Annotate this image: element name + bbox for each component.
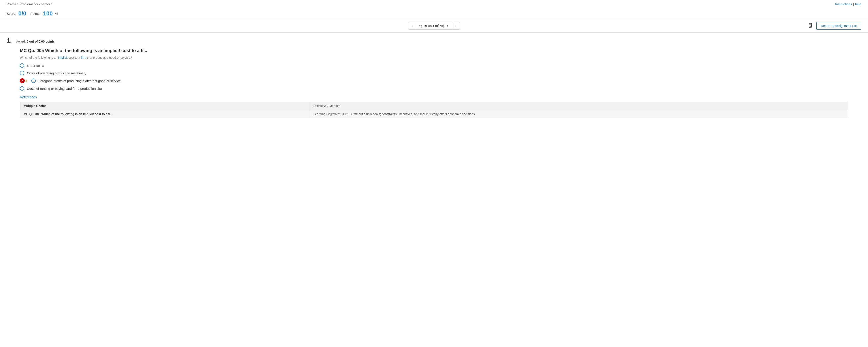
ref-row2-col2: Learning Objective: 01-01 Summarize how … xyxy=(310,110,848,118)
link-separator: | xyxy=(853,2,854,6)
radio-d[interactable] xyxy=(20,86,24,91)
svg-rect-1 xyxy=(809,27,811,27)
question-header: 1. Award: 0 out of 0.00 points xyxy=(7,37,861,44)
award-value: 0 out of 0.00 points xyxy=(27,40,55,43)
radio-c[interactable] xyxy=(31,78,36,83)
option-a-text: Labor costs xyxy=(27,64,44,67)
radio-b[interactable] xyxy=(20,71,24,75)
question-text-before: Which of the following is an xyxy=(20,56,58,59)
ref-row2-col1: MC Qu. 005 Which of the following is an … xyxy=(20,110,310,118)
award-label: Award: xyxy=(16,40,26,43)
question-title: MC Qu. 005 Which of the following is an … xyxy=(20,48,861,53)
option-d[interactable]: Costs of renting or buying land for a pr… xyxy=(20,86,861,91)
references-row-1: Multiple Choice Difficulty: 2 Medium xyxy=(20,102,848,110)
references-link[interactable]: References xyxy=(20,95,37,99)
question-navigator: ‹ Question 1 (of 55) ▼ › xyxy=(408,22,460,30)
score-value: 0/0 xyxy=(18,10,26,17)
return-to-assignment-button[interactable]: Return To Assignment List xyxy=(816,22,861,30)
question-selector[interactable]: Question 1 (of 55) ▼ xyxy=(416,22,453,29)
option-c[interactable]: ✕ » Foregone profits of producing a diff… xyxy=(20,78,861,83)
score-bar: Score: 0/0 Points 100 % xyxy=(0,8,868,20)
dropdown-arrow-icon: ▼ xyxy=(446,25,449,27)
references-table: Multiple Choice Difficulty: 2 Medium MC … xyxy=(20,102,848,118)
top-bar: Practice Problems for chapter 1 Instruct… xyxy=(0,0,868,8)
option-d-text: Costs of renting or buying land for a pr… xyxy=(27,87,102,90)
references-section: References Multiple Choice Difficulty: 2… xyxy=(20,95,848,118)
nav-right-controls: Return To Assignment List xyxy=(808,22,861,30)
question-text: Which of the following is an implicit co… xyxy=(20,56,861,59)
question-text-middle1: cost to a xyxy=(67,56,81,59)
option-a[interactable]: Labor costs xyxy=(20,63,861,68)
question-text-after: that produces a good or service? xyxy=(86,56,132,59)
percent-value: 100 xyxy=(43,10,53,17)
prev-question-button[interactable]: ‹ xyxy=(408,22,416,29)
options-list: Labor costs Costs of operating productio… xyxy=(20,63,861,91)
svg-point-2 xyxy=(811,25,812,25)
references-row-2: MC Qu. 005 Which of the following is an … xyxy=(20,110,848,118)
option-b-text: Costs of operating production machinery xyxy=(27,71,86,75)
question-section: 1. Award: 0 out of 0.00 points MC Qu. 00… xyxy=(0,33,868,125)
option-c-text: Foregone profits of producing a differen… xyxy=(38,79,121,83)
ref-row1-col1: Multiple Choice xyxy=(20,102,310,110)
ref-row1-col2: Difficulty: 2 Medium xyxy=(310,102,848,110)
next-question-button[interactable]: › xyxy=(452,22,460,29)
top-links: Instructions | help xyxy=(835,2,861,6)
correct-answer-arrow-icon: » xyxy=(25,79,27,83)
nav-bar: ‹ Question 1 (of 55) ▼ › Return To Assig… xyxy=(0,20,868,32)
question-award: Award: 0 out of 0.00 points xyxy=(16,40,55,43)
implicit-highlight: implicit xyxy=(58,56,68,59)
wrong-answer-icon: ✕ xyxy=(20,78,25,83)
page-title: Practice Problems for chapter 1 xyxy=(7,2,53,6)
option-b[interactable]: Costs of operating production machinery xyxy=(20,71,861,75)
question-number: 1. xyxy=(7,37,12,44)
radio-a[interactable] xyxy=(20,63,24,68)
percent-sign: % xyxy=(55,12,58,15)
firm-highlight: firm xyxy=(81,56,86,59)
score-label: Score: xyxy=(7,12,16,15)
help-link[interactable]: help xyxy=(855,2,861,6)
print-button[interactable] xyxy=(808,23,813,29)
points-label: Points xyxy=(30,12,40,15)
question-label: Question 1 (of 55) xyxy=(420,24,444,28)
print-icon xyxy=(808,23,813,28)
instructions-link[interactable]: Instructions xyxy=(835,2,852,6)
